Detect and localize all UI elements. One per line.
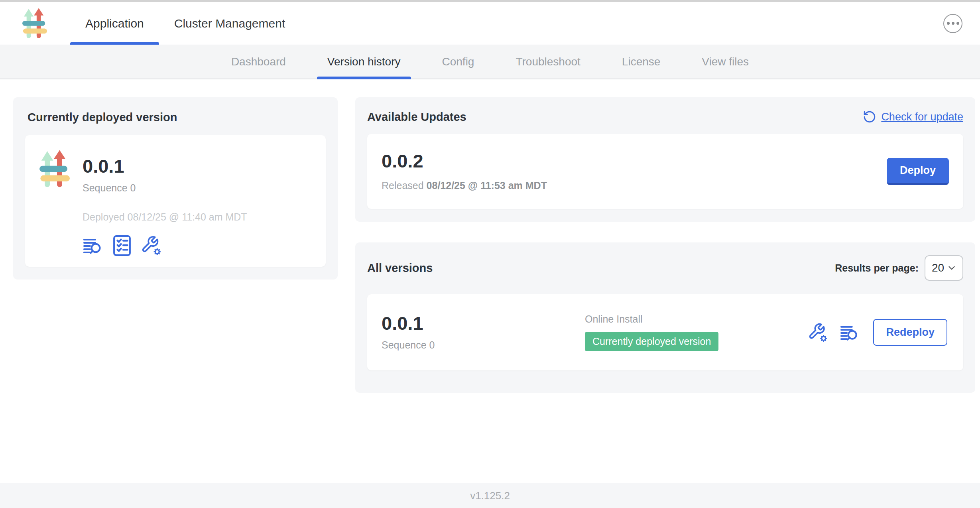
redeploy-button[interactable]: Redeploy bbox=[873, 319, 947, 346]
app-logo-icon bbox=[39, 150, 70, 189]
available-updates-title: Available Updates bbox=[367, 110, 466, 124]
ellipsis-menu-button[interactable] bbox=[943, 14, 962, 33]
subnav-tab-troubleshoot[interactable]: Troubleshoot bbox=[495, 45, 601, 79]
primary-nav: Application Cluster Management bbox=[70, 2, 300, 45]
currently-deployed-panel: Currently deployed version 0.0.1 bbox=[13, 97, 338, 280]
app-logo-icon bbox=[22, 8, 47, 39]
main-content: Currently deployed version 0.0.1 bbox=[0, 79, 980, 483]
results-per-page-select[interactable]: 20 bbox=[925, 255, 963, 281]
subnav-tab-version-history[interactable]: Version history bbox=[307, 45, 421, 79]
version-row: 0.0.1 Sequence 0 Online Install Currentl… bbox=[367, 294, 963, 370]
check-for-update-link[interactable]: Check for update bbox=[863, 110, 963, 124]
preflight-checks-icon[interactable] bbox=[112, 235, 132, 256]
available-update-card: 0.0.2 Released 08/12/25 @ 11:53 am MDT D… bbox=[367, 134, 963, 209]
deployed-sequence: Sequence 0 bbox=[83, 182, 247, 194]
currently-deployed-badge: Currently deployed version bbox=[585, 332, 718, 351]
available-updates-panel: Available Updates Check for update 0.0.2… bbox=[355, 97, 975, 222]
deployed-version-number: 0.0.1 bbox=[83, 157, 247, 175]
console-version: v1.125.2 bbox=[470, 490, 510, 502]
config-wrench-gear-icon[interactable] bbox=[808, 323, 828, 343]
row-sequence: Sequence 0 bbox=[382, 339, 585, 351]
deployed-timestamp: Deployed 08/12/25 @ 11:40 am MDT bbox=[83, 211, 247, 223]
currently-deployed-title: Currently deployed version bbox=[28, 111, 326, 124]
app-header: Application Cluster Management bbox=[0, 2, 980, 45]
tab-application[interactable]: Application bbox=[70, 2, 159, 45]
tab-cluster-management[interactable]: Cluster Management bbox=[159, 2, 300, 45]
config-wrench-gear-icon[interactable] bbox=[141, 235, 161, 256]
update-version-number: 0.0.2 bbox=[382, 152, 547, 170]
tab-application-label: Application bbox=[85, 17, 144, 30]
tab-cluster-management-label: Cluster Management bbox=[174, 17, 285, 30]
chevron-down-icon bbox=[947, 263, 957, 273]
ellipsis-icon bbox=[947, 22, 950, 25]
subnav-tab-license[interactable]: License bbox=[601, 45, 681, 79]
row-version-number: 0.0.1 bbox=[382, 314, 585, 333]
app-footer: v1.125.2 bbox=[0, 483, 980, 508]
release-notes-icon[interactable] bbox=[840, 323, 860, 342]
subnav-tab-config[interactable]: Config bbox=[421, 45, 495, 79]
refresh-icon bbox=[863, 110, 876, 124]
deploy-button[interactable]: Deploy bbox=[887, 158, 949, 185]
deployed-version-card: 0.0.1 Sequence 0 Deployed 08/12/25 @ 11:… bbox=[25, 135, 326, 267]
app-logo bbox=[22, 2, 47, 45]
results-per-page-label: Results per page: bbox=[835, 262, 919, 274]
row-install-type: Online Install bbox=[585, 313, 808, 325]
release-notes-icon[interactable] bbox=[83, 236, 103, 255]
app-subnav: Dashboard Version history Config Trouble… bbox=[0, 45, 980, 79]
all-versions-title: All versions bbox=[367, 262, 433, 275]
all-versions-panel: All versions Results per page: 20 0.0.1 … bbox=[355, 242, 975, 393]
subnav-tab-dashboard[interactable]: Dashboard bbox=[211, 45, 307, 79]
update-released-timestamp: Released 08/12/25 @ 11:53 am MDT bbox=[382, 180, 547, 191]
subnav-tab-view-files[interactable]: View files bbox=[681, 45, 769, 79]
